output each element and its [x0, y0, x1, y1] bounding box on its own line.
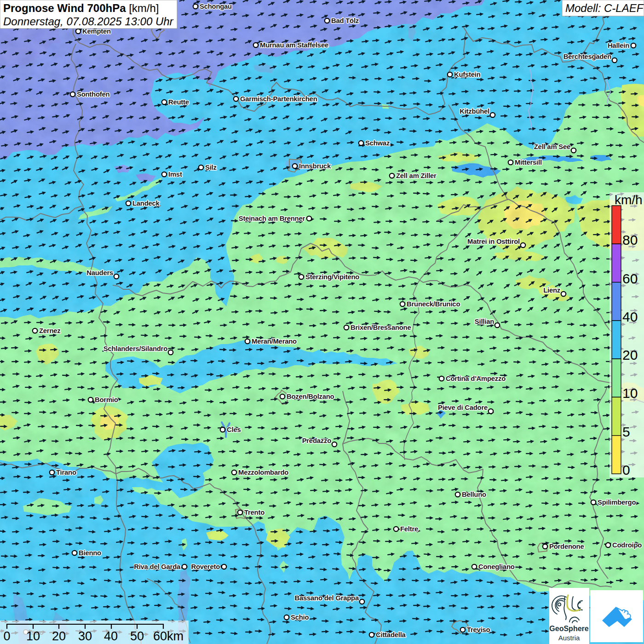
svg-text:20: 20: [52, 629, 66, 643]
svg-text:Spilimbergo: Spilimbergo: [598, 499, 636, 506]
svg-text:Brixen/Bressanone: Brixen/Bressanone: [351, 324, 411, 331]
svg-text:Bienno: Bienno: [79, 549, 101, 557]
svg-text:Riva del Garda: Riva del Garda: [134, 563, 181, 570]
svg-text:Berchtesgaden: Berchtesgaden: [564, 53, 611, 60]
svg-text:Nauders: Nauders: [86, 269, 113, 276]
svg-text:Sonthofen: Sonthofen: [77, 91, 110, 98]
svg-text:Sillian: Sillian: [475, 318, 494, 325]
svg-text:Schio: Schio: [291, 614, 309, 621]
svg-text:Austria: Austria: [558, 634, 580, 642]
svg-text:Donnerstag, 07.08.2025 13:00 U: Donnerstag, 07.08.2025 13:00 Uhr: [3, 15, 174, 28]
svg-text:Rovereto: Rovereto: [191, 563, 220, 570]
svg-text:Schwaz: Schwaz: [365, 139, 390, 147]
svg-text:Silz: Silz: [205, 164, 217, 171]
svg-text:Steinach am Brenner: Steinach am Brenner: [239, 215, 305, 222]
svg-text:40: 40: [622, 309, 638, 324]
svg-text:Bassano del Grappa: Bassano del Grappa: [295, 594, 359, 602]
svg-text:Codroipo: Codroipo: [612, 541, 642, 549]
svg-text:Mittersill: Mittersill: [515, 159, 542, 166]
svg-text:Modell: C-LAEF: Modell: C-LAEF: [565, 2, 644, 14]
svg-text:10: 10: [26, 629, 40, 643]
svg-text:Pordenone: Pordenone: [549, 543, 584, 550]
svg-text:60km: 60km: [153, 629, 184, 643]
svg-text:Bruneck/Brunico: Bruneck/Brunico: [407, 300, 460, 308]
svg-text:Cles: Cles: [227, 426, 241, 433]
svg-text:Zell am See: Zell am See: [534, 143, 570, 150]
svg-text:Treviso: Treviso: [467, 626, 490, 633]
svg-text:10: 10: [622, 385, 638, 401]
svg-text:Conegliano: Conegliano: [478, 563, 515, 570]
svg-text:Lienz: Lienz: [543, 287, 560, 294]
svg-text:Mezzolombardo: Mezzolombardo: [238, 469, 288, 476]
svg-text:Tirano: Tirano: [56, 469, 76, 476]
svg-text:Reutte: Reutte: [168, 98, 189, 106]
svg-text:30: 30: [78, 629, 92, 643]
svg-text:Belluno: Belluno: [462, 491, 486, 498]
svg-text:Hallein: Hallein: [608, 42, 629, 49]
svg-text:Murnau am Staffelsee: Murnau am Staffelsee: [260, 41, 328, 49]
svg-text:Pieve di Cadore: Pieve di Cadore: [438, 404, 488, 411]
svg-text:80: 80: [622, 232, 638, 247]
svg-text:Matrei in Osttirol: Matrei in Osttirol: [467, 238, 520, 245]
svg-text:5: 5: [622, 424, 630, 439]
svg-text:km/h: km/h: [615, 193, 643, 207]
svg-text:Innsbruck: Innsbruck: [299, 162, 331, 170]
svg-text:20: 20: [622, 347, 638, 362]
svg-text:0: 0: [622, 462, 630, 477]
svg-text:50: 50: [130, 629, 144, 643]
svg-text:0: 0: [3, 629, 10, 643]
svg-text:Kufstein: Kufstein: [454, 71, 481, 78]
svg-text:Cortina d'Ampezzo: Cortina d'Ampezzo: [446, 375, 506, 382]
svg-text:Schongau: Schongau: [200, 3, 232, 10]
svg-text:Bad Tölz: Bad Tölz: [331, 17, 359, 24]
svg-text:Cittadella: Cittadella: [376, 631, 406, 638]
svg-text:Prognose Wind 700hPa [km/h]: Prognose Wind 700hPa [km/h]: [3, 2, 159, 14]
svg-text:Meran/Merano: Meran/Merano: [252, 338, 297, 345]
svg-text:40: 40: [104, 629, 118, 643]
svg-text:Sterzing/Vipiteno: Sterzing/Vipiteno: [305, 273, 359, 281]
svg-text:Zernez: Zernez: [39, 327, 61, 334]
svg-text:Trento: Trento: [244, 509, 264, 516]
svg-text:Bozen/Bolzano: Bozen/Bolzano: [287, 393, 334, 400]
svg-text:Predazzo: Predazzo: [302, 437, 332, 444]
svg-text:GeoSphere: GeoSphere: [549, 625, 588, 632]
svg-text:Landeck: Landeck: [132, 200, 160, 207]
svg-text:60: 60: [622, 271, 638, 286]
svg-text:Imst: Imst: [168, 171, 182, 178]
svg-text:Zell am Ziller: Zell am Ziller: [396, 172, 437, 179]
svg-text:Schlanders/Silandro: Schlanders/Silandro: [104, 345, 167, 352]
svg-text:Bormio: Bormio: [95, 396, 118, 403]
svg-text:Feltre: Feltre: [400, 525, 418, 533]
svg-text:Garmisch-Partenkirchen: Garmisch-Partenkirchen: [240, 95, 317, 103]
svg-text:Kitzbühel: Kitzbühel: [460, 108, 489, 115]
